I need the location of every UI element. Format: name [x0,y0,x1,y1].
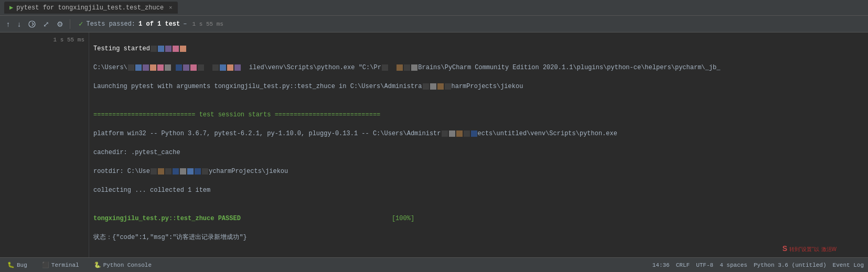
python-icon: 🐍 [94,262,101,268]
bottom-bar: 🐛 Bug ⬛ Terminal 🐍 Python Console 14:36 … [0,257,868,272]
output-line-1: Testing started [93,44,864,53]
encoding[interactable]: UTF-8 [696,262,713,268]
output-line-3: Launching pytest with arguments tongxing… [93,82,864,91]
test-duration-toolbar: 1 s 55 ms [192,21,223,27]
output-line-2: C:\Users\ iled\venv\Scripts\python.exe "… [93,63,864,72]
toolbar-separator [70,19,70,29]
check-icon: ✓ [79,19,83,28]
tab-label: pytest for tongxingjilu_test.test_zhuce [16,4,164,12]
bug-icon: 🐛 [7,262,15,268]
test-status: ✓ Tests passed: 1 of 1 test – 1 s 55 ms [79,19,223,28]
event-log[interactable]: Event Log [833,262,864,268]
left-panel: 1 s 55 ms [0,32,89,257]
output-line-5: =========================== test session… [93,110,864,119]
separator-dash: – [183,20,187,28]
bug-tab-label: Bug [17,262,27,268]
status-text: Tests passed: [86,20,135,28]
test-count: 1 of 1 test [138,20,180,28]
title-tab[interactable]: ▶ pytest for tongxingjilu_test.test_zhuc… [4,2,178,14]
close-icon[interactable]: × [169,5,173,11]
rerun-button[interactable] [26,19,38,29]
pytest-icon: ▶ [9,4,13,12]
main-area: 1 s 55 ms Testing started C:\Users\ iled… [0,32,868,257]
bottom-right: 14:36 CRLF UTF-8 4 spaces Python 3.6 (un… [652,262,864,268]
scroll-up-button[interactable]: ↑ [4,19,12,29]
python-console-tab-label: Python Console [103,262,152,268]
terminal-tab-label: Terminal [51,262,79,268]
output-panel[interactable]: Testing started C:\Users\ iled\venv\Scri… [89,32,868,257]
output-line-8: rootdir: C:\UseycharmProjects\jiekou [93,167,864,176]
scroll-down-button[interactable]: ↓ [15,19,23,29]
svg-point-0 [29,21,35,27]
line-ending[interactable]: CRLF [676,262,690,268]
title-bar: ▶ pytest for tongxingjilu_test.test_zhuc… [0,0,868,16]
indent-spaces[interactable]: 4 spaces [720,262,747,268]
output-line-9: collecting ... collected 1 item [93,186,864,195]
bug-tab[interactable]: 🐛 Bug [4,260,30,269]
python-console-tab[interactable]: 🐍 Python Console [91,260,155,269]
toolbar: ↑ ↓ ⤢ ⚙ ✓ Tests passed: 1 of 1 test – 1 … [0,16,868,32]
output-line-6: platform win32 -- Python 3.6.7, pytest-6… [93,129,864,138]
watermark: S 转到"设置"以 激活W [783,244,837,253]
test-duration-left: 1 s 55 ms [53,37,84,43]
terminal-icon: ⬛ [42,262,49,268]
expand-button[interactable]: ⤢ [41,19,51,29]
time-display: 14:36 [652,262,670,268]
output-line-7: cachedir: .pytest_cache [93,148,864,157]
output-line-12: 状态：{"code":1,"msg":"访客进出记录新增成功"} [93,233,864,242]
output-line-11: tongxingjilu_test.py::test_zhuce PASSED … [93,214,864,223]
terminal-tab[interactable]: ⬛ Terminal [39,260,82,269]
python-version[interactable]: Python 3.6 (untitled) [754,262,827,268]
settings-button[interactable]: ⚙ [55,19,66,29]
